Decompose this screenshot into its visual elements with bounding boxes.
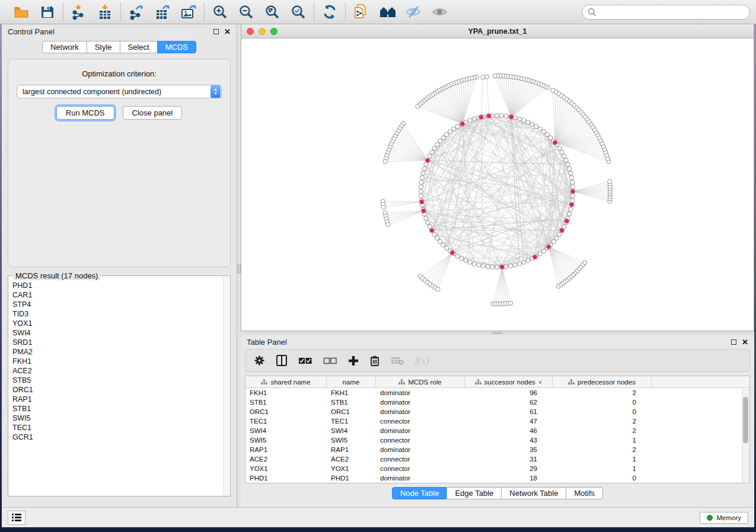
float-panel-icon[interactable] [213,29,219,34]
table-cell[interactable]: 2 [553,388,652,398]
table-cell[interactable]: connector [376,416,465,426]
network-node[interactable] [448,130,452,134]
column-header-MCDS-role[interactable]: MCDS role [376,376,465,387]
vertical-splitter[interactable] [237,24,241,507]
table-scrollbar-thumb[interactable] [743,397,748,443]
close-panel-button[interactable]: Close panel [123,106,183,120]
network-node[interactable] [526,120,530,124]
network-node[interactable] [526,258,530,262]
network-hub-node[interactable] [429,228,434,233]
table-cell[interactable]: ACE2 [327,454,376,464]
network-node[interactable] [477,263,481,267]
zoom-fit-button[interactable] [264,4,280,20]
add-column-button[interactable] [348,355,359,366]
table-cell[interactable]: YOX1 [245,464,327,473]
table-cell[interactable]: dominator [376,473,465,483]
mcds-list-item[interactable]: SWI4 [12,328,227,338]
refresh-layout-button[interactable] [321,4,338,20]
table-cell[interactable]: TEC1 [327,416,376,426]
network-hub-node[interactable] [419,200,424,204]
network-leaf-node[interactable] [416,104,420,108]
run-mcds-button[interactable]: Run MCDS [56,106,114,120]
table-cell[interactable]: connector [376,464,465,473]
select-all-columns-button[interactable] [298,357,312,364]
table-cell[interactable]: 2 [553,445,652,454]
network-window-titlebar[interactable]: YPA_prune.txt_1 [241,24,754,39]
table-cell[interactable]: PHD1 [327,473,376,483]
table-cell[interactable]: dominator [376,407,465,416]
network-leaf-node[interactable] [583,261,587,265]
zoom-in-button[interactable] [212,4,228,20]
network-leaf-node[interactable] [436,287,440,291]
network-hub-node[interactable] [479,115,483,120]
network-leaf-node[interactable] [386,223,390,227]
column-header-predecessor-nodes[interactable]: predecessor nodes [553,376,652,387]
network-node[interactable] [420,175,425,180]
network-node[interactable] [445,133,449,137]
import-table-button[interactable] [97,4,113,20]
table-cell[interactable]: ORC1 [245,407,327,416]
search-field[interactable] [582,5,750,20]
network-leaf-node[interactable] [381,205,385,209]
network-node[interactable] [504,114,508,118]
table-cell[interactable]: YOX1 [327,464,376,473]
table-cell[interactable]: 47 [465,416,553,426]
window-close-icon[interactable] [247,28,254,35]
tab-mcds[interactable]: MCDS [157,41,196,53]
network-hub-node[interactable] [460,121,465,126]
hide-selected-button[interactable] [405,4,422,20]
table-cell[interactable]: 62 [465,398,553,407]
mcds-list-item[interactable]: TID3 [12,309,227,319]
table-cell[interactable]: 43 [465,435,553,445]
column-header-name[interactable]: name [327,376,376,387]
network-node[interactable] [541,130,546,134]
table-cell[interactable]: dominator [376,426,465,435]
node-table[interactable]: shared namenameMCDS rolesuccessor nodes∨… [245,376,750,483]
optimization-criterion-select[interactable]: largest connected component (undirected)… [17,85,222,98]
close-panel-icon[interactable]: ✕ [224,28,231,36]
table-cell[interactable]: 35 [465,445,553,454]
network-node[interactable] [445,246,449,250]
duplicate-network-button[interactable] [353,4,369,20]
table-cell[interactable]: SWI5 [245,435,327,445]
network-node[interactable] [472,262,476,266]
network-node[interactable] [422,166,426,171]
mcds-list-item[interactable]: PMA2 [12,347,227,357]
network-node[interactable] [538,252,542,256]
network-node[interactable] [441,136,445,140]
table-row[interactable]: PHD1PHD1dominator180 [245,473,749,483]
tab-style[interactable]: Style [87,41,120,53]
table-row[interactable]: YOX1YOX1connector291 [245,464,749,473]
table-cell[interactable]: dominator [376,398,465,407]
tab-network-table[interactable]: Network Table [501,487,566,499]
network-node[interactable] [564,158,568,162]
network-node[interactable] [426,220,430,225]
network-node[interactable] [486,265,490,269]
network-leaf-node[interactable] [509,301,513,305]
network-leaf-node[interactable] [485,75,489,79]
table-settings-button[interactable] [254,355,265,366]
table-cell[interactable]: 31 [465,454,553,464]
mcds-list-item[interactable]: FKH1 [12,357,227,366]
network-node[interactable] [438,139,442,143]
table-cell[interactable]: STB1 [245,398,327,407]
network-node[interactable] [464,258,468,262]
table-cell[interactable]: 0 [553,398,652,407]
network-hub-node[interactable] [570,189,575,194]
import-network-button[interactable] [71,4,87,20]
table-cell[interactable]: 1 [553,435,652,445]
table-cell[interactable]: RAP1 [245,445,327,454]
network-node[interactable] [419,180,423,184]
network-node[interactable] [522,118,526,123]
mcds-list-item[interactable]: GCR1 [12,432,227,442]
network-hub-node[interactable] [546,245,551,249]
network-node[interactable] [468,260,472,264]
table-cell[interactable]: 1 [553,464,652,473]
network-node[interactable] [424,216,428,220]
save-session-button[interactable] [39,4,56,20]
network-node[interactable] [554,236,559,240]
splitter-handle[interactable] [237,264,241,274]
table-cell[interactable]: 0 [553,473,652,483]
sort-chevron-icon[interactable]: ∨ [538,379,543,385]
network-node[interactable] [530,122,534,126]
